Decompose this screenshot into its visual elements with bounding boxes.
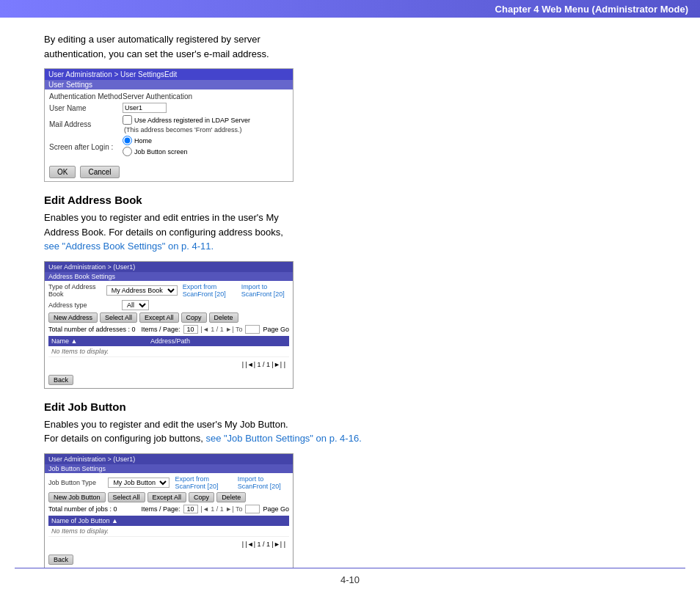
ab-table: Name ▲ Address/Path No Items to display. — [48, 336, 289, 357]
job-button-screenshot: User Administration > (User1) Job Button… — [44, 453, 294, 568]
page-header: Chapter 4 Web Menu (Administrator Mode) — [0, 0, 700, 18]
jb-type-label: Job Button Type — [48, 479, 108, 486]
ab-body-line1: Enables you to register and edit entries… — [44, 212, 279, 223]
mail-note: (This address becomes 'From' address.) — [124, 126, 250, 133]
ab-new-address-btn[interactable]: New Address — [48, 312, 98, 323]
jb-except-all-btn[interactable]: Except All — [147, 492, 187, 502]
ab-import-link[interactable]: Import to ScanFront [20] — [241, 283, 289, 298]
screen-after-login-label: Screen after Login : — [49, 143, 123, 151]
jb-items-label: Items / Page: — [142, 505, 181, 513]
ab-back-row: Back — [45, 372, 293, 388]
jb-breadcrumb: User Administration > (User1) — [45, 454, 293, 464]
mail-checkbox-label: Use Address registered in LDAP Server — [134, 117, 250, 124]
jb-new-job-btn[interactable]: New Job Button — [48, 492, 106, 502]
auth-method-row: Authentication Method Server Authenticat… — [49, 92, 288, 100]
jb-total-label: Total number of jobs : 0 — [48, 505, 117, 513]
ab-back-button[interactable]: Back — [48, 375, 73, 385]
jb-import-link[interactable]: Import to ScanFront [20] — [238, 475, 289, 490]
cancel-button[interactable]: Cancel — [80, 166, 119, 178]
edit-address-book-heading: Edit Address Book — [44, 194, 656, 206]
edit-job-button-body: Enables you to register and edit the use… — [44, 417, 656, 446]
ab-delete-btn[interactable]: Delete — [209, 312, 238, 323]
ab-address-type-row: Address type All — [48, 300, 289, 310]
ab-col-name: Name ▲ — [48, 336, 147, 346]
user-name-label: User Name — [49, 104, 123, 112]
user-settings-buttons: OK Cancel — [45, 163, 293, 181]
ab-items-per-page[interactable] — [183, 325, 198, 334]
ab-type-label: Type of Address Book — [48, 283, 106, 298]
screen-radios: Home Job Button screen — [123, 136, 188, 158]
jb-delete-btn[interactable]: Delete — [216, 492, 246, 502]
jb-page-go-label: Page Go — [263, 505, 289, 513]
jb-empty-row: No Items to display. — [48, 526, 289, 537]
jb-button-bar: New Job Button Select All Except All Cop… — [48, 492, 289, 502]
jb-footer-pager: | |◄| 1 / 1 |►| | — [48, 539, 289, 549]
jb-body: Job Button Type My Job Button Export fro… — [45, 473, 293, 552]
jb-export-link[interactable]: Export from ScanFront [20] — [175, 475, 232, 490]
ab-link[interactable]: see "Address Book Settings" on p. 4-11. — [44, 241, 214, 252]
jb-total-row: Total number of jobs : 0 Items / Page: |… — [48, 505, 289, 513]
jb-empty-message: No Items to display. — [48, 526, 289, 537]
jb-items-per-page[interactable] — [183, 505, 198, 513]
ab-col-address: Address/Path — [147, 336, 289, 346]
ab-total-row: Total number of addresses : 0 Items / Pa… — [48, 325, 289, 334]
home-radio[interactable] — [123, 136, 132, 145]
home-radio-row: Home — [123, 136, 188, 145]
ab-body-line2: Address Book. For details on configuring… — [44, 227, 283, 238]
ab-button-bar: New Address Select All Except All Copy D… — [48, 312, 289, 323]
job-button-radio[interactable] — [123, 147, 132, 156]
ab-copy-btn[interactable]: Copy — [181, 312, 207, 323]
chapter-title: Chapter 4 Web Menu (Administrator Mode) — [495, 4, 688, 15]
job-button-radio-label: Job Button screen — [134, 148, 188, 156]
jb-type-row: Job Button Type My Job Button Export fro… — [48, 475, 289, 490]
auth-method-label: Authentication Method — [49, 92, 123, 100]
main-content: By editing a user automatically register… — [0, 18, 700, 595]
jb-table: Name of Job Button ▲ No Items to display… — [48, 516, 289, 537]
ab-footer-pager: | |◄| 1 / 1 |►| | — [48, 359, 289, 370]
ab-total-label: Total number of addresses : 0 — [48, 326, 136, 333]
mail-address-row: Mail Address Use Address registered in L… — [49, 115, 288, 133]
edit-job-button-section: Edit Job Button Enables you to register … — [44, 400, 656, 568]
user-settings-breadcrumb: User Administration > User SettingsEdit — [45, 69, 293, 80]
jb-body-line1: Enables you to register and edit the use… — [44, 419, 288, 430]
jb-col-name: Name of Job Button ▲ — [48, 516, 289, 526]
edit-job-button-heading: Edit Job Button — [44, 400, 656, 413]
ab-export-link[interactable]: Export from ScanFront [20] — [183, 283, 236, 298]
jb-back-row: Back — [45, 552, 293, 568]
edit-address-book-body: Enables you to register and edit entries… — [44, 211, 656, 254]
mail-address-controls: Use Address registered in LDAP Server (T… — [123, 115, 250, 133]
ab-page-goto[interactable] — [245, 325, 260, 334]
user-name-input[interactable] — [123, 103, 167, 113]
ab-empty-row: No Items to display. — [48, 346, 289, 357]
job-button-radio-row: Job Button screen — [123, 147, 188, 156]
jb-page-goto[interactable] — [245, 505, 260, 513]
ok-button[interactable]: OK — [49, 166, 76, 178]
jb-section-title: Job Button Settings — [45, 464, 293, 473]
jb-pager-nav: |◄ 1 / 1 ►| To — [201, 505, 243, 513]
ab-select-all-btn[interactable]: Select All — [100, 312, 137, 323]
mail-checkbox[interactable] — [123, 115, 132, 125]
page-footer: 4-10 — [15, 568, 685, 585]
jb-link[interactable]: see "Job Button Settings" on p. 4-16. — [205, 433, 361, 444]
intro-paragraph: By editing a user automatically register… — [44, 32, 656, 61]
user-settings-screenshot: User Administration > User SettingsEdit … — [44, 68, 294, 182]
ab-pager-nav: |◄ 1 / 1 ►| To — [201, 326, 243, 333]
jb-body-line2: For details on configuring job buttons, — [44, 433, 203, 444]
intro-line2: authentication, you can set the user's e… — [44, 48, 269, 59]
home-radio-label: Home — [134, 137, 152, 144]
jb-copy-btn[interactable]: Copy — [189, 492, 214, 502]
ab-type-control: My Address Book Export from ScanFront [2… — [106, 283, 289, 298]
ab-page-go-label: Page Go — [263, 326, 289, 333]
jb-footer-nav: | |◄| 1 / 1 |►| | — [242, 541, 285, 548]
jb-select-all-btn[interactable]: Select All — [108, 492, 145, 502]
user-name-row: User Name — [49, 103, 288, 113]
jb-back-button[interactable]: Back — [48, 555, 73, 565]
jb-type-control: My Job Button Export from ScanFront [20]… — [108, 475, 289, 490]
auth-method-value: Server Authentication — [123, 92, 192, 100]
ab-except-all-btn[interactable]: Except All — [139, 312, 179, 323]
ab-address-type-select[interactable]: All — [122, 300, 149, 310]
mail-checkbox-row: Use Address registered in LDAP Server — [123, 115, 250, 125]
page-number: 4-10 — [340, 574, 360, 585]
jb-type-select[interactable]: My Job Button — [108, 478, 169, 488]
ab-type-select[interactable]: My Address Book — [106, 285, 178, 296]
